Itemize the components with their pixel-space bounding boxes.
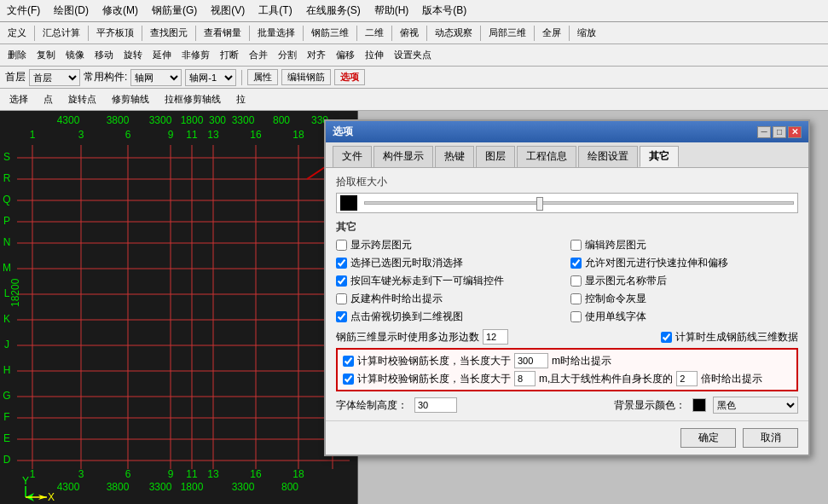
opt7-checkbox[interactable]: [336, 293, 347, 304]
opt1-label[interactable]: 显示跨层图元: [350, 238, 412, 252]
btn-mirror[interactable]: 镜像: [61, 47, 89, 63]
opt1-checkbox[interactable]: [336, 240, 347, 251]
tab-other[interactable]: 其它: [640, 146, 679, 167]
btn-merge[interactable]: 合并: [245, 47, 272, 63]
svg-text:R: R: [3, 172, 11, 184]
element-select[interactable]: 轴网: [130, 69, 182, 86]
tab-element-display[interactable]: 构件显示: [373, 146, 433, 167]
btn-delete[interactable]: 删除: [3, 47, 31, 63]
btn-move[interactable]: 移动: [90, 47, 118, 63]
btn-select[interactable]: 选择: [3, 91, 34, 107]
btn-top-view[interactable]: 俯视: [396, 25, 423, 41]
menu-tools[interactable]: 工具(T): [255, 2, 295, 20]
rebar-calc-label[interactable]: 计算时生成钢筋线三维数据: [675, 330, 798, 345]
btn-local-3d[interactable]: 局部三维: [484, 25, 530, 41]
rebar-3d-input[interactable]: [483, 329, 508, 345]
opt10-label[interactable]: 使用单线字体: [585, 310, 646, 324]
slider-track[interactable]: [364, 201, 794, 205]
btn-batch-select[interactable]: 批量选择: [253, 25, 299, 41]
opt3-label[interactable]: 选择已选图元时取消选择: [350, 256, 463, 270]
hl2-value-input[interactable]: [514, 371, 536, 386]
btn-point[interactable]: 点: [38, 91, 59, 107]
hl2-checkbox[interactable]: [343, 374, 354, 385]
menu-view[interactable]: 视图(V): [207, 2, 248, 20]
opt6-label[interactable]: 显示图元名称带后: [585, 274, 667, 288]
dialog-close-btn[interactable]: ✕: [788, 126, 802, 138]
slider-thumb[interactable]: [536, 197, 543, 211]
tab-layer[interactable]: 图层: [476, 146, 515, 167]
btn-options[interactable]: 选项: [334, 69, 365, 85]
opt4-label[interactable]: 允许对图元进行快速拉伸和偏移: [585, 256, 728, 270]
menu-modify[interactable]: 修改(M): [99, 2, 142, 20]
menu-version[interactable]: 版本号(B): [419, 2, 470, 20]
menu-help[interactable]: 帮助(H): [371, 2, 413, 20]
opt2-label[interactable]: 编辑跨层图元: [585, 238, 646, 252]
btn-extend[interactable]: 延伸: [148, 47, 176, 63]
cancel-button[interactable]: 取消: [743, 428, 798, 448]
btn-copy[interactable]: 复制: [32, 47, 60, 63]
btn-stretch[interactable]: 拉伸: [361, 47, 388, 63]
opt8-label[interactable]: 控制命令灰显: [585, 292, 646, 306]
btn-edit-rebar[interactable]: 编辑钢筋: [281, 69, 331, 85]
hl1-checkbox[interactable]: [343, 356, 354, 367]
rebar-3d-row: 钢筋三维显示时使用多边形边数 计算时生成钢筋线三维数据: [336, 329, 798, 345]
btn-fullscreen[interactable]: 全屏: [538, 25, 565, 41]
dialog-titlebar-buttons: ─ □ ✕: [757, 126, 802, 138]
tab-draw-settings[interactable]: 绘图设置: [578, 146, 638, 167]
btn-properties[interactable]: 属性: [247, 69, 278, 85]
font-height-input[interactable]: [414, 397, 457, 413]
btn-2d[interactable]: 二维: [361, 25, 388, 41]
hl1-value-input[interactable]: [514, 353, 548, 368]
dialog-minimize-btn[interactable]: ─: [757, 126, 771, 138]
btn-rotate-point[interactable]: 旋转点: [62, 91, 102, 107]
opt10-checkbox[interactable]: [570, 311, 582, 322]
tab-file[interactable]: 文件: [333, 146, 372, 167]
sep1: [34, 26, 35, 41]
opt5-checkbox[interactable]: [336, 275, 347, 287]
btn-notrim[interactable]: 非修剪: [177, 47, 214, 63]
btn-box-trim[interactable]: 拉框修剪轴线: [159, 91, 227, 107]
rebar-calc-checkbox[interactable]: [661, 332, 672, 343]
btn-rotate[interactable]: 旋转: [119, 47, 147, 63]
ok-button[interactable]: 确定: [680, 428, 736, 448]
menu-draw[interactable]: 绘图(D): [50, 2, 92, 20]
btn-trim-axis[interactable]: 修剪轴线: [106, 91, 155, 107]
tab-project-info[interactable]: 工程信息: [517, 146, 576, 167]
opt9-label[interactable]: 点击俯视切换到二维视图: [350, 310, 463, 324]
tab-hotkey[interactable]: 热键: [435, 146, 474, 167]
layer-select[interactable]: 首层: [29, 69, 80, 86]
btn-view-rebar[interactable]: 查看钢量: [200, 25, 246, 41]
option-row-4: 允许对图元进行快速拉伸和偏移: [570, 256, 798, 270]
btn-drag[interactable]: 拉: [230, 91, 252, 107]
opt3-checkbox[interactable]: [336, 258, 347, 269]
btn-break[interactable]: 打断: [216, 47, 243, 63]
opt6-checkbox[interactable]: [570, 275, 582, 287]
opt8-checkbox[interactable]: [570, 293, 582, 304]
axis-select[interactable]: 轴网-1: [185, 69, 236, 86]
btn-orbit[interactable]: 动态观察: [431, 25, 477, 41]
btn-zoom[interactable]: 缩放: [573, 25, 600, 41]
menu-rebar[interactable]: 钢筋量(G): [148, 2, 200, 20]
opt7-label[interactable]: 反建构件时给出提示: [350, 292, 443, 306]
btn-rebar-3d[interactable]: 钢筋三维: [307, 25, 353, 41]
btn-define[interactable]: 定义: [3, 25, 31, 41]
opt5-label[interactable]: 按回车键光标走到下一可编辑控件: [350, 274, 504, 288]
menu-online[interactable]: 在线服务(S): [303, 2, 364, 20]
bg-color-select[interactable]: 黑色 白色 灰色: [713, 397, 798, 414]
hl2-multiplier-input[interactable]: [676, 371, 698, 386]
btn-split[interactable]: 分割: [274, 47, 301, 63]
opt2-checkbox[interactable]: [570, 240, 582, 251]
opt9-checkbox[interactable]: [336, 311, 347, 322]
svg-text:4300: 4300: [57, 114, 80, 126]
svg-text:18: 18: [292, 129, 304, 141]
btn-find[interactable]: 查找图元: [146, 25, 192, 41]
btn-calc[interactable]: 汇总计算: [38, 25, 84, 41]
btn-offset[interactable]: 偏移: [332, 47, 359, 63]
cad-canvas[interactable]: 4300 3800 3300 1800 300 3300 800 330 1 3…: [0, 111, 358, 504]
opt4-checkbox[interactable]: [570, 258, 582, 269]
dialog-maximize-btn[interactable]: □: [773, 126, 786, 138]
btn-set-grip[interactable]: 设置夹点: [390, 47, 436, 63]
menu-file[interactable]: 文件(F): [3, 2, 43, 20]
btn-align2[interactable]: 对齐: [303, 47, 330, 63]
btn-align[interactable]: 平齐板顶: [92, 25, 138, 41]
